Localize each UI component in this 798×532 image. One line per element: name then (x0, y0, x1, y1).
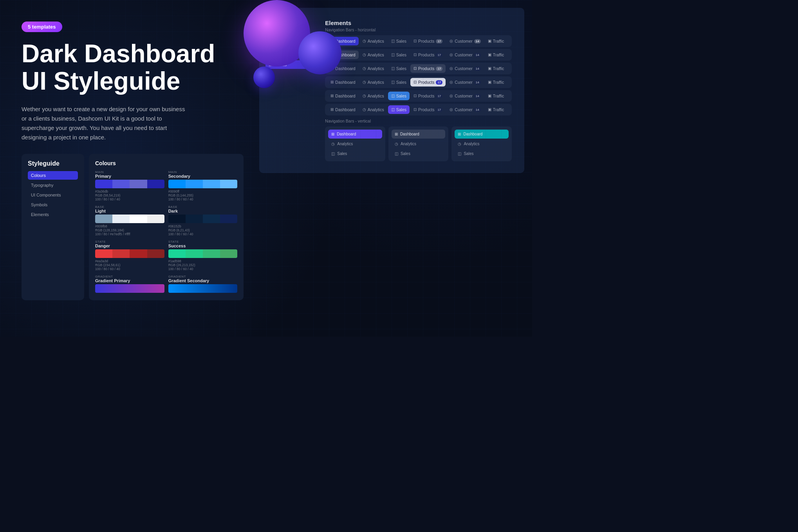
swatch-danger (95, 249, 164, 258)
colours-card-title: Colours (95, 160, 237, 166)
colour-success: STATE Success #1ad598 RGB (26,213,152) (168, 240, 238, 271)
colour-grid: MAIN Primary #3a36db RGB (58,54,219) (95, 170, 237, 294)
sphere-small (253, 67, 275, 88)
badge: 5 templates (22, 22, 62, 32)
swatch-success (168, 249, 238, 258)
swatch-gradient-primary (95, 284, 164, 293)
swatch-secondary (168, 180, 238, 188)
colour-primary: MAIN Primary #3a36db RGB (58,54,219) (95, 170, 164, 201)
colours-card: Colours MAIN Primary (89, 154, 244, 300)
hero-description: Wether you want to create a new design f… (22, 105, 186, 142)
sphere-medium (298, 31, 341, 74)
sg-card-title: Styleguide (28, 160, 78, 167)
colour-gradient-primary: GRADIENT Gradient Primary (95, 275, 164, 294)
colour-secondary: MAIN Secondary #0090ff RGB (0,144,255) (168, 170, 238, 201)
sg-mini-nav: Colours Typography UI Components Symbols (28, 171, 78, 219)
sg-nav-elements[interactable]: Elements (28, 210, 78, 219)
swatch-dark (168, 215, 238, 223)
colour-dark: BASE Dark #06152b RGB (6,21,43) (168, 205, 238, 236)
colour-gradient-secondary: GRADIENT Gradient Secondary (168, 275, 238, 294)
sg-nav-typography[interactable]: Typography (28, 181, 78, 189)
sg-nav-ui-components[interactable]: UI Components (28, 191, 78, 199)
sg-nav-symbols[interactable]: Symbols (28, 200, 78, 209)
hero-section: 5 templates Dark Dashboard UI Styleguide… (0, 0, 255, 337)
swatch-light (95, 215, 164, 223)
spheres-container (177, 0, 334, 110)
bottom-preview-cards: Styleguide Colours Typography UI Compone… (22, 154, 244, 300)
colour-light: BASE Light #809fb8 RGB (128,159,184) (95, 205, 164, 236)
page-wrapper: 5 templates Dark Dashboard UI Styleguide… (0, 0, 532, 337)
sg-nav-colours[interactable]: Colours (28, 171, 78, 180)
sg-sidebar-card: Styleguide Colours Typography UI Compone… (22, 154, 84, 300)
colour-danger: STATE Danger #ea3a3d RGB (234,58,61) (95, 240, 164, 271)
swatch-gradient-secondary (168, 284, 238, 293)
swatch-primary (95, 180, 164, 188)
